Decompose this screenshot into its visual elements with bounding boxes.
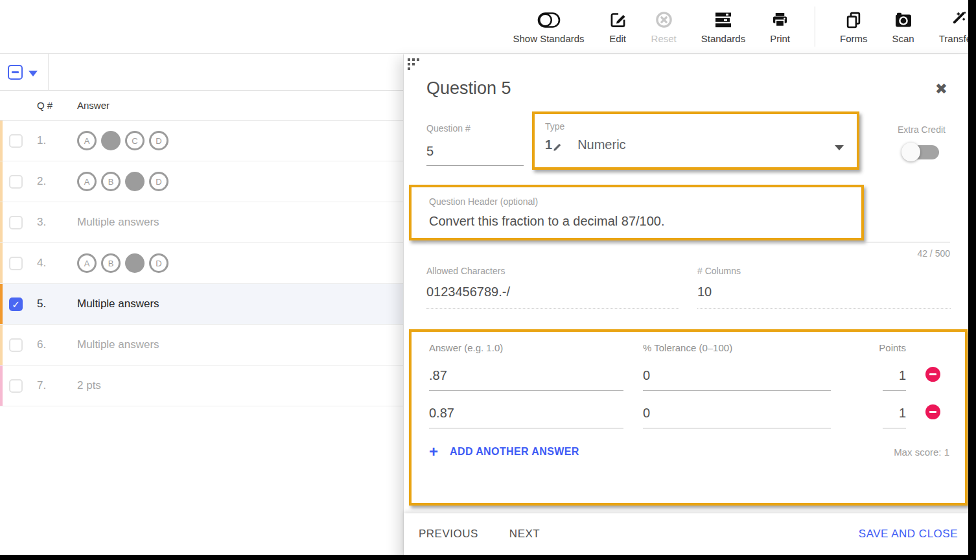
row-number: 1. [37,134,46,147]
row-answer: Multiple answers [77,325,159,365]
row-color-stripe [0,202,3,242]
toolbar-button-scan[interactable]: Scan [892,10,914,44]
dialog-action-bar: PREVIOUS NEXT SAVE AND CLOSE [404,513,976,555]
dropdown-caret-icon[interactable] [835,145,844,150]
answer-value-input[interactable]: .87 [429,368,623,391]
remove-answer-button[interactable] [925,404,940,419]
row-answer-text: 2 pts [77,379,101,392]
row-color-stripe [0,121,3,161]
toolbar-button-standards[interactable]: Standards [701,10,745,44]
row-answer-text: Multiple answers [77,298,159,310]
character-counter: 42 / 500 [917,248,950,259]
answer-bubble-b[interactable]: B [101,253,121,273]
edit-icon [609,10,627,30]
row-color-stripe [0,325,3,365]
row-answer: 2 pts [77,366,101,406]
table-row[interactable]: 3.Multiple answers [0,202,403,243]
row-checkbox[interactable] [9,257,23,270]
answer-bubble-a[interactable]: A [77,172,97,191]
row-number: 4. [37,257,46,270]
table-row[interactable]: 4.ABCD [0,243,403,284]
row-color-stripe [0,366,3,406]
toolbar-label-standards: Standards [701,33,745,44]
row-checkbox[interactable] [9,134,23,148]
row-checkbox[interactable] [9,175,23,189]
table-row[interactable]: 6.Multiple answers [0,325,403,366]
table-header: Q # Answer [0,91,403,121]
question-header-field[interactable]: Question Header (optional) Convert this … [409,185,864,240]
toggle-thumb [901,143,920,161]
extra-credit-label: Extra Credit [890,124,953,135]
tolerance-input[interactable]: 0 [643,368,831,391]
table-row[interactable]: 1.ABCD [0,121,403,161]
max-score-text: Max score: 1 [894,447,949,458]
row-answer-text: Multiple answers [77,338,159,351]
row-checkbox[interactable] [9,216,23,229]
toolbar-button-reset[interactable]: Reset [651,10,677,44]
toolbar-button-show-standards[interactable]: Show Standards [513,10,585,44]
next-button[interactable]: NEXT [509,522,540,546]
answer-bubble-d[interactable]: D [149,131,168,150]
answer-bubble-a[interactable]: A [77,131,97,150]
drag-grip-icon[interactable] [408,58,419,72]
row-answer-text: Multiple answers [77,216,159,229]
points-input[interactable]: 1 [850,406,906,428]
allowed-characters-value: 0123456789.-/ [426,285,679,309]
type-select[interactable]: Type 1 Numeric [532,111,859,170]
toolbar-label-scan: Scan [892,33,914,44]
question-header-value[interactable]: Convert this fraction to a decimal 87/10… [429,214,861,229]
dialog-title: Question 5 [426,78,511,99]
toolbar-button-print[interactable]: Print [770,10,790,44]
num-columns-field: # Columns 10 [697,266,951,309]
row-checkbox[interactable]: ✓ [9,298,23,311]
input-underline [426,242,950,242]
question-number-field[interactable]: Question # 5 [426,123,524,166]
points-input[interactable]: 1 [850,368,906,391]
remove-answer-button[interactable] [925,367,940,382]
column-header-qnum: Q # [37,100,52,111]
select-menu-caret-icon[interactable] [29,71,38,76]
standards-icon [714,10,732,30]
save-and-close-button[interactable]: SAVE AND CLOSE [859,522,958,546]
add-icon[interactable]: + [429,445,438,458]
answer-bubble-c[interactable]: C [125,131,145,150]
answer-bubble-b[interactable]: B [101,131,121,150]
extra-credit-toggle[interactable] [901,143,942,162]
toggle-icon [537,10,561,30]
row-answer: ABCD [77,121,168,161]
toolbar-button-forms[interactable]: Forms [840,10,868,44]
answer-key-panel: Q # Answer 1.ABCD2.ABCD3.Multiple answer… [0,54,403,555]
table-row[interactable]: 2.ABCD [0,161,403,202]
answer-bubble-c[interactable]: C [125,253,145,273]
close-icon[interactable]: ✖ [935,80,947,98]
select-all-checkbox[interactable] [8,65,23,80]
screen-edge [968,0,976,560]
question-rows: 1.ABCD2.ABCD3.Multiple answers4.ABCD✓5.M… [0,121,403,406]
question-number-value[interactable]: 5 [426,144,524,166]
toolbar-label-reset: Reset [651,33,677,44]
answer-bubble-b[interactable]: B [101,172,121,191]
tolerance-input[interactable]: 0 [643,406,831,428]
answers-section: Answer (e.g. 1.0) % Tolerance (0–100) Po… [409,329,968,506]
answer-bubble-d[interactable]: D [149,253,168,273]
app-window: Show StandardsEditResetStandardsPrintFor… [0,0,976,560]
top-toolbar: Show StandardsEditResetStandardsPrintFor… [0,0,976,54]
row-number: 6. [37,338,46,351]
divider [48,54,49,90]
answers-header-tolerance: % Tolerance (0–100) [643,342,831,353]
screen-edge [0,555,976,560]
table-row[interactable]: 7.2 pts [0,366,403,406]
answer-bubble-d[interactable]: D [149,172,168,191]
toolbar-button-edit[interactable]: Edit [609,10,627,44]
row-checkbox[interactable] [9,379,23,393]
row-number: 5. [37,298,46,310]
previous-button[interactable]: PREVIOUS [419,522,478,546]
row-checkbox[interactable] [9,338,23,352]
answer-value-input[interactable]: 0.87 [429,406,623,428]
answers-header-answer: Answer (e.g. 1.0) [429,342,623,353]
table-row[interactable]: ✓5.Multiple answers [0,284,403,325]
add-another-answer-button[interactable]: ADD ANOTHER ANSWER [450,446,579,458]
question-editor-dialog: Question 5 ✖ Question # 5 Type 1 Numeric… [403,54,976,560]
answer-bubble-c[interactable]: C [125,172,145,191]
answer-bubble-a[interactable]: A [77,253,97,273]
